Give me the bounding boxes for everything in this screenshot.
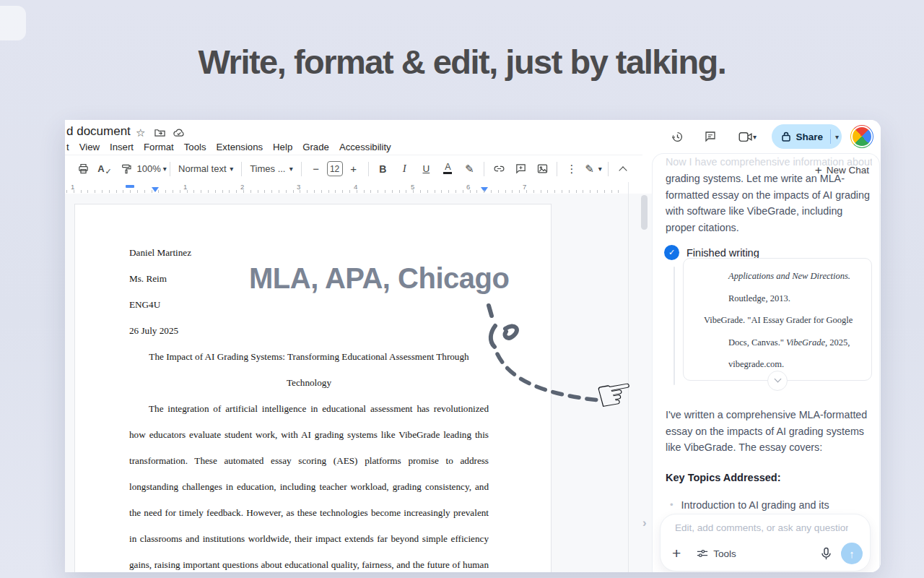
editing-mode-button[interactable]: ✎▾: [583, 160, 604, 178]
zoom-select[interactable]: 100%▾: [137, 160, 166, 178]
mla-header-line: ENG4U: [129, 292, 489, 318]
essay-body-line: The integration of artificial intelligen…: [129, 396, 489, 422]
essay-title-line: Technology: [129, 370, 489, 396]
essay-body-line: transformation. These automated essay sc…: [129, 448, 489, 474]
status-label: Finished writing: [687, 247, 759, 259]
font-select[interactable]: Times ...▾: [245, 160, 297, 178]
ai-chat-sidebar: Now I have comprehensive information abo…: [652, 153, 880, 572]
citation-line: Routledge, 2013.: [684, 288, 871, 310]
mla-header-line: 26 July 2025: [129, 318, 489, 344]
cloud-status-icon[interactable]: [173, 129, 185, 137]
assistant-message: grading systems. Let me write an MLA-for…: [666, 171, 873, 236]
chat-input[interactable]: [674, 522, 850, 534]
essay-body-line: longstanding challenges in education, in…: [129, 474, 489, 500]
mic-icon[interactable]: [820, 547, 832, 561]
insert-image-button[interactable]: [531, 160, 553, 178]
menu-item-edit-cropped[interactable]: t: [65, 142, 74, 152]
sidebar-collapse-handle[interactable]: ›: [642, 516, 647, 530]
spellcheck-button[interactable]: A✓: [94, 160, 116, 178]
send-button[interactable]: ↑: [841, 543, 863, 564]
sliders-icon: [697, 548, 708, 558]
background-card: [0, 6, 26, 40]
decrease-font-button[interactable]: −: [305, 160, 327, 178]
avatar[interactable]: [850, 125, 873, 148]
menu-item-tools[interactable]: Tools: [179, 142, 212, 152]
app-window: d document ☆: [65, 120, 881, 572]
chat-input-box[interactable]: + Tools ↑: [660, 514, 871, 571]
font-size-input[interactable]: 12: [327, 161, 343, 176]
share-dropdown-icon[interactable]: ▾: [835, 133, 839, 141]
star-icon[interactable]: ☆: [136, 127, 145, 138]
bold-button[interactable]: B: [372, 160, 393, 178]
menu-item-format[interactable]: Format: [139, 142, 179, 152]
tools-button[interactable]: Tools: [697, 548, 736, 559]
menu-item-insert[interactable]: Insert: [105, 142, 139, 152]
italic-button[interactable]: I: [393, 160, 415, 178]
menu-item-help[interactable]: Help: [268, 142, 297, 152]
paint-format-button[interactable]: [116, 160, 137, 178]
scrollbar[interactable]: [641, 195, 648, 230]
essay-body-line: in classrooms and institutions worldwide…: [129, 526, 489, 552]
highlight-color-button[interactable]: ✎: [458, 160, 480, 178]
attach-button[interactable]: +: [672, 545, 681, 562]
toolbar-overflow-button[interactable]: ⋮: [561, 160, 583, 178]
menu-item-grade[interactable]: Grade: [297, 142, 334, 152]
citation-line: Docs, Canvas." VibeGrade, 2025,: [684, 332, 871, 354]
lock-icon: [782, 131, 790, 142]
formats-overlay-text: MLA, APA, Chicago: [249, 262, 509, 295]
citation-preview-card: Applications and New Directions. Routled…: [683, 258, 872, 381]
essay-body-line: gains, raising important questions about…: [129, 552, 489, 572]
version-history-icon[interactable]: [665, 124, 689, 149]
menu-item-view[interactable]: View: [74, 142, 105, 152]
menu-item-extensions[interactable]: Extensions: [212, 142, 269, 152]
meet-video-icon[interactable]: ▾: [731, 124, 763, 149]
move-folder-icon[interactable]: [154, 128, 165, 137]
menu-bar: t View Insert Format Tools Extensions He…: [65, 139, 396, 155]
increase-font-button[interactable]: +: [343, 160, 365, 178]
first-line-indent-marker[interactable]: [126, 185, 134, 188]
key-topics-heading: Key Topics Addressed:: [666, 472, 781, 483]
citation-line: VibeGrade. "AI Essay Grader for Google: [684, 309, 871, 332]
check-circle-icon: ✓: [664, 245, 679, 260]
print-button[interactable]: [72, 160, 94, 178]
hide-menus-button[interactable]: [612, 160, 634, 178]
topic-list-item: • Introduction to AI grading and its: [670, 499, 829, 511]
insert-link-button[interactable]: [488, 160, 510, 178]
timeline-rail: [674, 267, 675, 385]
paragraph-style-select[interactable]: Normal text▾: [174, 160, 237, 178]
ruler: 1 1 2 3 4 5 6 7: [65, 182, 628, 194]
docs-header: d document ☆: [65, 120, 881, 155]
toolbar: A✓ 100%▾ Normal text▾ Times ...▾ − 12 + …: [65, 155, 642, 182]
essay-body-line: how educators evaluate student work, wit…: [129, 422, 489, 448]
comments-icon[interactable]: [698, 124, 723, 149]
citation-line: Applications and New Directions.: [684, 265, 871, 288]
share-label: Share: [796, 131, 823, 142]
assistant-summary: I've written a comprehensive MLA-formatt…: [666, 407, 875, 456]
hero-headline: Write, format & edit, just by talking.: [0, 42, 924, 82]
bullet-icon: •: [670, 499, 674, 511]
expand-card-button[interactable]: [767, 371, 788, 391]
add-comment-button[interactable]: [510, 160, 531, 178]
essay-title-line: The Impact of AI Grading Systems: Transf…: [129, 344, 489, 370]
text-color-button[interactable]: A: [437, 160, 458, 178]
menu-item-accessibility[interactable]: Accessibility: [334, 142, 396, 152]
essay-body-line: the need for timely feedback. However, a…: [129, 500, 489, 526]
share-button[interactable]: Share ▾: [772, 124, 842, 149]
underline-button[interactable]: U: [415, 160, 437, 178]
doc-title[interactable]: d document: [66, 124, 131, 139]
